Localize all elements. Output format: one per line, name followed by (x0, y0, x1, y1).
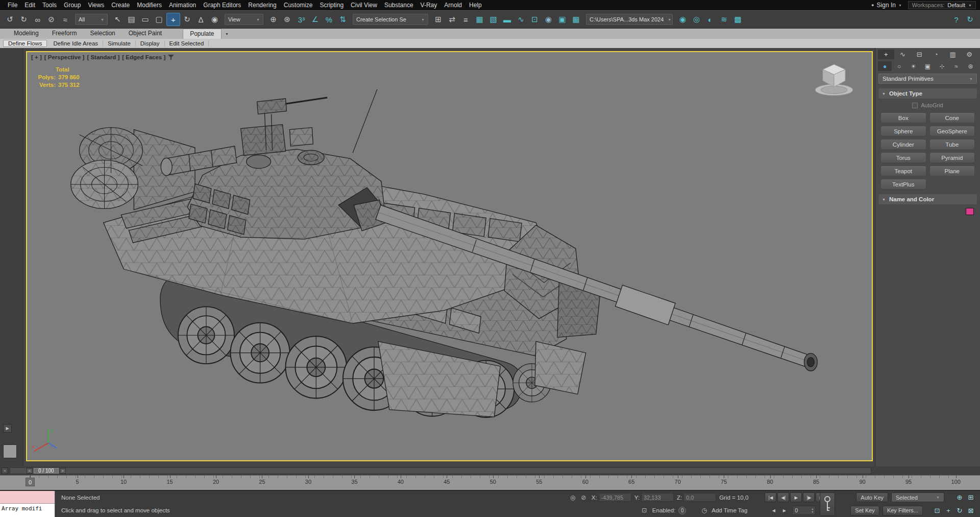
menu-item[interactable]: Graph Editors (200, 2, 244, 9)
lights-category-icon[interactable]: ☀ (906, 61, 920, 71)
ribbon-tab[interactable]: Freeform (45, 29, 84, 39)
play-animation-button[interactable]: ▶ (790, 492, 802, 502)
percent-snap-toggle-icon[interactable]: % (322, 13, 336, 26)
workspaces-dropdown[interactable]: Workspaces: Default ▼ (908, 1, 976, 9)
unlink-selection-icon[interactable]: ⊘ (44, 13, 58, 26)
ribbon-tab[interactable]: Object Paint (122, 29, 168, 39)
selection-lock-toggle-icon[interactable]: ⊘ (579, 493, 589, 502)
ribbon-subtab[interactable]: Define Idle Areas (48, 40, 103, 46)
create-tab-icon[interactable]: + (878, 50, 894, 59)
menu-item[interactable]: Customize (280, 2, 316, 9)
set-key-large-button[interactable] (820, 492, 835, 516)
systems-category-icon[interactable]: ⊛ (964, 61, 977, 71)
primitive-button[interactable]: Torus (880, 152, 926, 163)
z-coordinate-field[interactable]: 0,0 (683, 493, 716, 502)
render-iterative-icon[interactable]: ◎ (690, 13, 703, 26)
modify-tab-icon[interactable]: ∿ (895, 50, 911, 59)
x-coordinate-field[interactable]: -439,785 (599, 493, 631, 502)
redo-icon[interactable]: ↻ (17, 13, 31, 26)
spinner-snap-toggle-icon[interactable]: ⇅ (336, 13, 350, 26)
render-production-icon[interactable]: ◉ (676, 13, 690, 26)
next-key-icon[interactable]: ▶ (779, 506, 789, 515)
toggle-layer-explorer-icon[interactable]: ▧ (486, 13, 500, 26)
time-slider-handle[interactable]: 0 / 100 (34, 468, 59, 474)
geometry-category-icon[interactable]: ● (878, 61, 892, 71)
menu-item[interactable]: V-Ray (417, 2, 441, 9)
menu-item[interactable]: Civil View (347, 2, 381, 9)
previous-frame-arrow[interactable]: < (27, 468, 33, 474)
rendered-frame-window-icon[interactable]: ▦ (569, 13, 583, 26)
cloud-rendering-icon[interactable]: ≋ (717, 13, 731, 26)
maximize-viewport-toggle-icon[interactable]: ⊠ (966, 506, 976, 515)
menu-item[interactable]: Modifiers (133, 2, 165, 9)
curve-editor-icon[interactable]: ∿ (514, 13, 528, 26)
current-frame-field[interactable]: 0 ▴▾ (792, 506, 816, 515)
menu-item[interactable]: Create (108, 2, 133, 9)
window-crossing-toggle-icon[interactable]: ▢ (152, 13, 166, 26)
reference-coordinate-system-dropdown[interactable]: View▼ (225, 14, 263, 25)
menu-item[interactable]: Arnold (440, 2, 465, 9)
primitive-button[interactable]: Cone (929, 112, 975, 123)
select-object-icon[interactable]: ↖ (111, 13, 125, 26)
ribbon-subtab[interactable]: Define Flows (3, 40, 47, 47)
auto-key-button[interactable]: Auto Key (856, 492, 888, 502)
menu-item[interactable]: Help (465, 2, 485, 9)
object-color-swatch[interactable] (966, 208, 974, 215)
add-time-tag[interactable]: Add Time Tag (712, 507, 747, 513)
primitive-button[interactable]: TextPlus (880, 179, 926, 190)
whats-new-icon[interactable]: ↻ (963, 13, 977, 26)
menu-item[interactable]: Scripting (316, 2, 347, 9)
snaps-toggle-icon[interactable]: 3³ (295, 13, 308, 26)
selection-filter-dropdown[interactable]: All▼ (75, 14, 108, 25)
render-setup-icon[interactable]: ▣ (555, 13, 569, 26)
go-to-start-button[interactable]: |◀ (765, 492, 776, 502)
perspective-viewport[interactable]: [ + ][ Perspective ][ Standard ][ Edged … (26, 51, 873, 461)
select-and-manipulate-icon[interactable]: ⊛ (280, 13, 294, 26)
ribbon-tab[interactable]: Selection (83, 29, 121, 39)
select-and-rotate-icon[interactable]: ↻ (180, 13, 194, 26)
maxscript-macro-line[interactable] (0, 491, 55, 504)
named-selection-sets-dropdown[interactable]: Create Selection Se▼ (353, 14, 428, 25)
space-warps-category-icon[interactable]: ≈ (949, 61, 963, 71)
menu-item[interactable]: Group (60, 2, 84, 9)
motion-tab-icon[interactable]: ◔ (928, 50, 944, 59)
activeshade-icon[interactable]: ◐ (703, 13, 717, 26)
bind-to-space-warp-icon[interactable]: ≈ (58, 13, 72, 26)
menu-item[interactable]: Rendering (244, 2, 280, 9)
display-tab-icon[interactable]: ▥ (945, 50, 961, 59)
toggle-scene-explorer-icon[interactable]: ▦ (473, 13, 486, 26)
select-and-link-icon[interactable]: ∞ (31, 13, 44, 26)
select-and-move-icon[interactable]: + (166, 13, 180, 26)
primitive-button[interactable]: GeoSphere (929, 126, 975, 136)
maxscript-mini-listener[interactable]: Array modifi (0, 491, 55, 517)
undo-icon[interactable]: ↺ (3, 13, 17, 26)
primitive-button[interactable]: Sphere (880, 126, 926, 136)
shapes-category-icon[interactable]: ○ (892, 61, 906, 71)
frame-spinner[interactable]: ▴▾ (810, 507, 815, 513)
isolate-selection-toggle-icon[interactable]: ◎ (568, 493, 578, 502)
enabled-toggle-icon[interactable]: ⊡ (640, 506, 649, 515)
helpers-category-icon[interactable]: ⊹ (935, 61, 949, 71)
primitive-button[interactable]: Tube (929, 139, 975, 150)
zoom-all-icon[interactable]: ⊞ (966, 492, 976, 502)
key-filters-button[interactable]: Key Filters... (883, 506, 923, 515)
menu-item[interactable]: Views (84, 2, 108, 9)
time-slider-track[interactable]: < 0 / 100 > (10, 467, 871, 474)
sign-in-button[interactable]: ● Sign In ▼ (871, 2, 902, 9)
mirror-icon[interactable]: ⇄ (445, 13, 459, 26)
viewport-label-segment[interactable]: [ Perspective ] (44, 54, 85, 60)
primitive-button[interactable]: Pyramid (929, 152, 975, 163)
animate-selection-dropdown[interactable]: Selected ▼ (891, 492, 944, 502)
subcategory-dropdown[interactable]: Standard Primitives ▼ (878, 74, 977, 84)
next-frame-button[interactable]: |▶ (803, 492, 815, 502)
autogrid-checkbox[interactable] (912, 103, 918, 108)
set-key-button[interactable]: Set Key (850, 506, 879, 515)
viewport-label-segment[interactable]: [ + ] (31, 54, 42, 60)
orbit-icon[interactable]: ↻ (954, 506, 965, 515)
select-and-uniform-scale-icon[interactable]: ∆ (194, 13, 208, 26)
use-pivot-point-center-icon[interactable]: ⊕ (266, 13, 280, 26)
enabled-value-badge[interactable]: 0 (678, 507, 686, 514)
track-bar[interactable]: 0510152025303540455055606570758085909510… (0, 475, 980, 490)
filter-icon[interactable] (168, 55, 174, 60)
toggle-ribbon-icon[interactable]: ▬ (500, 13, 514, 26)
